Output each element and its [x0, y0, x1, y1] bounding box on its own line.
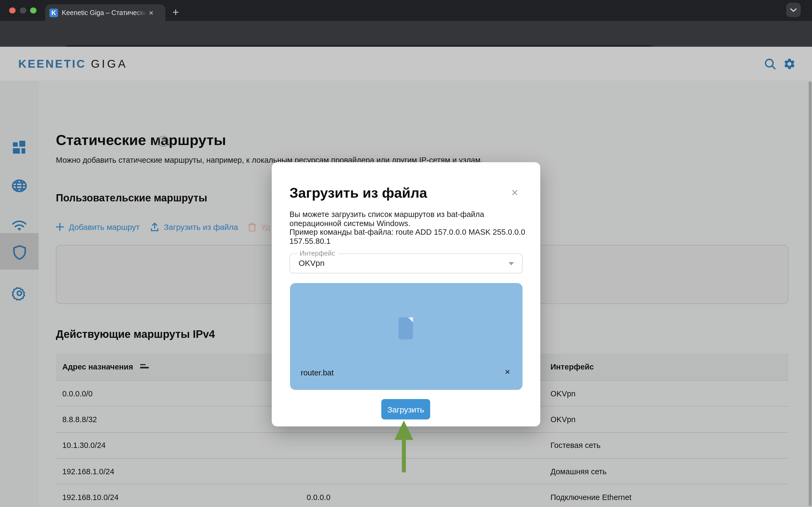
window-zoom-button[interactable]	[30, 7, 36, 13]
dialog-close-icon[interactable]: ×	[511, 187, 518, 199]
browser-toolbar: Not Secure 192.168.1.1/staticRoutes G	[0, 21, 812, 47]
new-tab-button[interactable]: +	[172, 5, 179, 20]
window-chevron-icon[interactable]	[786, 3, 801, 17]
chevron-down-icon	[509, 262, 514, 265]
window-minimize-button[interactable]	[20, 7, 26, 13]
window-close-button[interactable]	[9, 7, 15, 13]
file-icon	[399, 318, 413, 339]
browser-tab[interactable]: K Keenetic Giga – Статические ×	[45, 4, 165, 21]
dialog-description: Вы можете загрузить список маршрутов из …	[289, 210, 525, 246]
annotation-arrow-icon	[392, 420, 416, 474]
tab-close-icon[interactable]: ×	[149, 9, 154, 17]
interface-select-value: OKVpn	[299, 258, 325, 268]
dialog-title: Загрузить из файла	[289, 185, 427, 202]
interface-select[interactable]: Интерфейс OKVpn	[289, 253, 523, 273]
keenetic-favicon: K	[49, 8, 58, 17]
file-remove-icon[interactable]: ×	[505, 367, 510, 378]
load-from-file-dialog: Загрузить из файла × Вы можете загрузить…	[272, 162, 540, 427]
file-dropzone[interactable]: router.bat ×	[290, 283, 523, 390]
interface-select-label: Интерфейс	[297, 250, 338, 257]
file-name: router.bat	[301, 369, 334, 377]
upload-submit-button[interactable]: Загрузить	[381, 399, 430, 419]
browser-tab-strip: K Keenetic Giga – Статические × +	[0, 0, 812, 21]
tab-title: Keenetic Giga – Статические	[62, 9, 147, 16]
